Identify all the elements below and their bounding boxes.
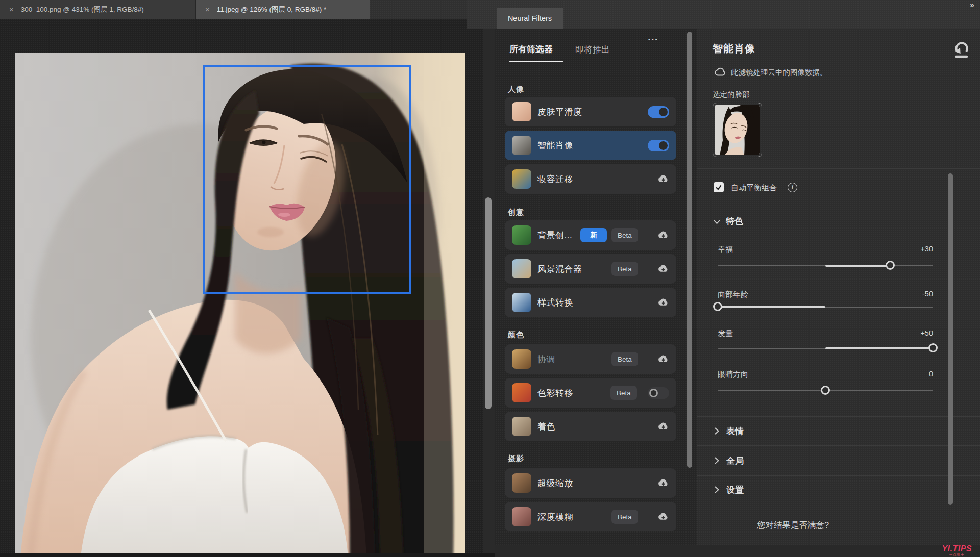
slider-knob[interactable] bbox=[713, 302, 722, 311]
divider bbox=[697, 445, 980, 446]
image-preview-canvas bbox=[0, 19, 495, 557]
cloud-download-icon[interactable] bbox=[656, 264, 669, 274]
filter-label: 皮肤平滑度 bbox=[537, 106, 582, 118]
section-creative: 创意 bbox=[508, 208, 524, 217]
auto-balance-checkbox[interactable] bbox=[714, 182, 724, 192]
slider-label-facial-age: 面部年龄 bbox=[718, 290, 748, 299]
canvas-scrollbar[interactable] bbox=[485, 197, 492, 409]
cloud-download-icon[interactable] bbox=[656, 512, 669, 522]
filter-thumbnail bbox=[512, 417, 531, 436]
cloud-download-icon[interactable] bbox=[656, 478, 669, 488]
slider-facial-age[interactable] bbox=[718, 307, 933, 308]
slider-knob[interactable] bbox=[928, 343, 938, 352]
slider-eye-direction[interactable] bbox=[718, 390, 933, 391]
filter-row-background-creation[interactable]: 背景创... 新 Beta bbox=[505, 220, 676, 250]
filter-row-color-transfer[interactable]: 色彩转移 Beta bbox=[505, 378, 676, 408]
slider-fill bbox=[718, 306, 825, 308]
more-options-icon[interactable]: ••• bbox=[648, 36, 659, 42]
filter-row-colorize[interactable]: 着色 bbox=[505, 412, 676, 441]
filter-row-skin-smoothing[interactable]: 皮肤平滑度 bbox=[505, 97, 676, 126]
active-tab-underline bbox=[509, 61, 563, 62]
divider bbox=[697, 505, 980, 505]
filter-row-landscape-mixer[interactable]: 风景混合器 Beta bbox=[505, 254, 676, 284]
document-tab-1[interactable]: × 300–100.png @ 431% (图层 1, RGB/8#) bbox=[0, 0, 196, 19]
filter-thumbnail bbox=[512, 136, 531, 155]
section-global[interactable]: 全局 bbox=[726, 455, 744, 467]
slider-value: +50 bbox=[892, 329, 933, 337]
cloud-processing-note: 此滤镜处理云中的图像数据。 bbox=[731, 68, 827, 78]
tab-all-filters[interactable]: 所有筛选器 bbox=[509, 43, 553, 55]
slider-happiness[interactable] bbox=[718, 265, 933, 266]
panel-header: Neural Filters » bbox=[467, 0, 980, 29]
section-featured[interactable]: 特色 bbox=[726, 215, 743, 227]
filter-row-smart-portrait[interactable]: 智能肖像 bbox=[505, 131, 676, 160]
filter-label: 智能肖像 bbox=[537, 140, 573, 151]
filter-list-panel: 所有筛选器 即将推出 ••• 人像 皮肤平滑度 智能肖像 妆容迁移 创意 bbox=[495, 29, 697, 545]
filter-label: 背景创... bbox=[537, 230, 572, 241]
filter-label: 样式转换 bbox=[537, 297, 573, 309]
slider-hair-volume[interactable] bbox=[718, 348, 933, 349]
tab-neural-filters[interactable]: Neural Filters bbox=[497, 8, 563, 29]
close-icon[interactable]: × bbox=[205, 6, 210, 13]
filter-thumbnail bbox=[512, 473, 531, 493]
section-photography: 摄影 bbox=[508, 454, 524, 464]
toggle-off[interactable] bbox=[648, 387, 669, 399]
filter-thumbnail bbox=[512, 169, 531, 189]
cloud-icon bbox=[713, 67, 727, 77]
watermark-text: YI.TIPS bbox=[942, 544, 972, 553]
slider-label-hair-volume: 发量 bbox=[718, 329, 733, 339]
smart-portrait-settings-panel: 智能肖像 此滤镜处理云中的图像数据。 选定的脸部 bbox=[697, 29, 980, 545]
chevron-right-icon bbox=[715, 457, 719, 464]
cloud-download-icon[interactable] bbox=[656, 230, 669, 240]
collapse-panel-icon[interactable]: » bbox=[970, 1, 974, 10]
cloud-download-icon[interactable] bbox=[656, 354, 669, 364]
panel-footer: YI.TIPS — 一点贴士 — bbox=[495, 545, 980, 557]
face-detection-box[interactable] bbox=[203, 65, 411, 294]
settings-scrollbar[interactable] bbox=[948, 173, 953, 505]
filter-label: 着色 bbox=[537, 421, 555, 433]
filter-row-super-zoom[interactable]: 超级缩放 bbox=[505, 468, 676, 498]
tab-coming-soon[interactable]: 即将推出 bbox=[575, 44, 610, 56]
filter-thumbnail bbox=[512, 102, 531, 121]
document-tab-2[interactable]: × 11.jpeg @ 126% (图层 0, RGB/8#) * bbox=[196, 0, 370, 19]
filter-label: 深度模糊 bbox=[537, 511, 573, 523]
filter-label: 超级缩放 bbox=[537, 477, 573, 489]
filter-thumbnail bbox=[512, 383, 531, 402]
filter-label: 色彩转移 bbox=[537, 387, 573, 399]
cloud-download-icon[interactable] bbox=[656, 421, 669, 432]
divider bbox=[697, 475, 980, 476]
filter-row-style-transfer[interactable]: 样式转换 bbox=[505, 288, 676, 317]
watermark-subtext: — 一点贴士 — bbox=[942, 553, 972, 557]
selected-face-thumbnail[interactable] bbox=[713, 103, 762, 157]
filter-row-makeup-transfer[interactable]: 妆容迁移 bbox=[505, 164, 676, 194]
slider-knob[interactable] bbox=[886, 261, 895, 270]
chevron-right-icon bbox=[715, 427, 719, 435]
section-portrait: 人像 bbox=[508, 85, 524, 94]
feedback-question: 您对结果是否满意? bbox=[757, 520, 829, 531]
reset-icon[interactable] bbox=[952, 42, 970, 58]
filter-row-harmonization[interactable]: 协调 Beta bbox=[505, 344, 676, 374]
chevron-down-icon bbox=[714, 220, 720, 224]
filter-row-depth-blur[interactable]: 深度模糊 Beta bbox=[505, 502, 676, 531]
info-icon[interactable]: i bbox=[788, 183, 797, 192]
cloud-download-icon[interactable] bbox=[656, 174, 669, 184]
selected-face-label: 选定的脸部 bbox=[713, 90, 750, 99]
toggle-on[interactable] bbox=[648, 140, 669, 151]
close-icon[interactable]: × bbox=[9, 6, 14, 13]
toggle-on[interactable] bbox=[648, 106, 669, 118]
section-expression[interactable]: 表情 bbox=[726, 425, 744, 437]
face-thumbnail-image bbox=[715, 105, 760, 155]
panel-title: 智能肖像 bbox=[713, 42, 755, 56]
section-settings[interactable]: 设置 bbox=[726, 484, 744, 496]
watermark: YI.TIPS — 一点贴士 — bbox=[942, 544, 972, 557]
photoshop-neural-filters-window: × 300–100.png @ 431% (图层 1, RGB/8#) × 11… bbox=[0, 0, 980, 557]
filter-list-scrollbar[interactable] bbox=[687, 32, 692, 468]
divider bbox=[697, 168, 980, 169]
toggle-knob bbox=[659, 141, 668, 150]
slider-knob[interactable] bbox=[821, 386, 830, 395]
beta-badge: Beta bbox=[611, 262, 638, 276]
filter-label: 协调 bbox=[537, 353, 555, 365]
canvas-bottom-edge bbox=[0, 553, 495, 557]
slider-label-happiness: 幸福 bbox=[718, 245, 733, 255]
cloud-download-icon[interactable] bbox=[656, 297, 669, 308]
